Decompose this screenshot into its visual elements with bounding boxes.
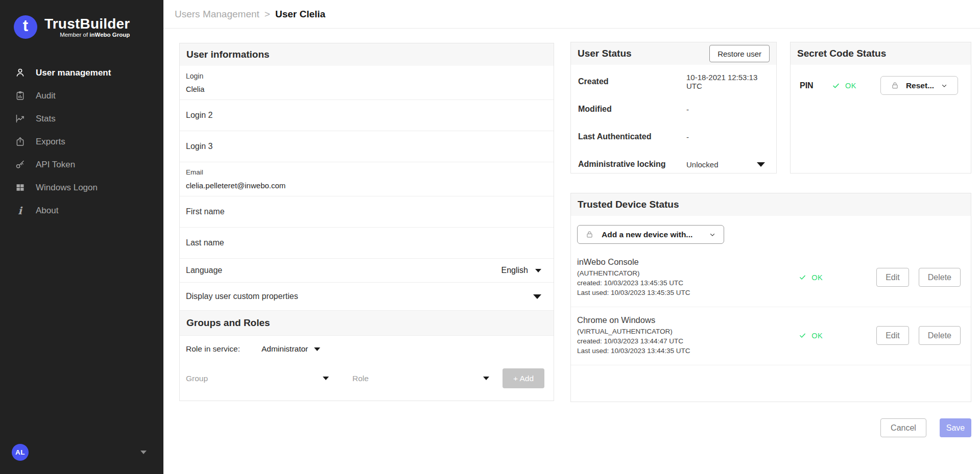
panel-title: User informations: [186, 49, 270, 60]
device-created: created: 10/03/2023 13:44:47 UTC: [577, 336, 799, 346]
edit-device-button[interactable]: Edit: [876, 268, 909, 287]
sidebar-item-label: Stats: [36, 114, 56, 124]
login2-row[interactable]: Login 2: [180, 100, 554, 131]
brand-tagline: Member of inWebo Group: [60, 32, 130, 38]
language-value: English: [501, 266, 528, 275]
sidebar-item-about[interactable]: i About: [0, 199, 163, 222]
chevron-down-icon: [941, 82, 948, 89]
brand-logo: t TrustBuilder Member of inWebo Group: [0, 0, 163, 39]
sidebar: t TrustBuilder Member of inWebo Group Us…: [0, 0, 163, 474]
sidebar-item-label: Audit: [36, 91, 56, 101]
sidebar-nav: User management Audit Stats Exports API …: [0, 61, 163, 222]
sidebar-item-api-token[interactable]: API Token: [0, 153, 163, 176]
last-authenticated-value: -: [686, 133, 689, 141]
language-label: Language: [186, 266, 222, 275]
role-in-service-dropdown[interactable]: Administrator: [261, 344, 320, 354]
expand-caret-icon[interactable]: [533, 294, 541, 299]
email-label: Email: [186, 168, 547, 176]
edit-device-button[interactable]: Edit: [876, 326, 909, 345]
pin-status-badge: OK: [832, 82, 856, 90]
device-row: Chrome on Windows (VIRTUAL_AUTHENTICATOR…: [571, 307, 971, 365]
role-in-service-row: Role in service: Administrator: [180, 336, 554, 362]
caret-down-icon[interactable]: [757, 162, 765, 167]
sidebar-item-audit[interactable]: Audit: [0, 84, 163, 107]
sidebar-item-stats[interactable]: Stats: [0, 107, 163, 130]
user-status-panel: User Status Restore user Created 10-18-2…: [570, 42, 777, 173]
administrative-locking-row[interactable]: Administrative locking Unlocked: [578, 151, 769, 178]
login3-row[interactable]: Login 3: [180, 131, 554, 162]
login-row[interactable]: Login Clelia: [180, 66, 554, 100]
administrative-locking-value: Unlocked: [686, 160, 719, 169]
brand-logo-icon: t: [14, 15, 37, 39]
cancel-button[interactable]: Cancel: [880, 418, 926, 437]
add-new-device-label: Add a new device with...: [602, 230, 692, 239]
caret-down-icon: [314, 347, 320, 351]
role-in-service-value: Administrator: [261, 344, 308, 354]
reset-pin-button[interactable]: Reset...: [880, 76, 958, 95]
created-row: Created 10-18-2021 12:53:13 UTC: [578, 68, 769, 95]
sidebar-item-label: Exports: [36, 137, 65, 147]
user-menu-caret-icon[interactable]: [140, 451, 147, 454]
last-name-row[interactable]: Last name: [180, 228, 554, 259]
export-icon: [14, 136, 26, 147]
device-last-used: Last used: 10/03/2023 13:45:35 UTC: [577, 288, 799, 297]
topbar: Users Management>User Clelia: [163, 0, 980, 29]
sidebar-item-exports[interactable]: Exports: [0, 130, 163, 153]
login-value: Clelia: [186, 85, 547, 93]
user-informations-panel: User informations Login Clelia Login 2 L…: [179, 43, 554, 401]
main-area: Users Management>User Clelia User inform…: [163, 0, 980, 474]
login2-label: Login 2: [186, 111, 213, 119]
caret-down-icon: [323, 377, 329, 380]
delete-device-button[interactable]: Delete: [919, 326, 961, 345]
add-new-device-button[interactable]: Add a new device with...: [577, 225, 724, 244]
brand-tagline-prefix: Member of: [60, 32, 88, 38]
last-name-label: Last name: [186, 238, 224, 247]
device-status-text: OK: [811, 273, 823, 282]
pin-label: PIN: [800, 81, 832, 90]
pin-status-text: OK: [845, 82, 856, 90]
first-name-label: First name: [186, 207, 225, 216]
audit-clipboard-icon: [14, 90, 26, 102]
add-group-role-button[interactable]: + Add: [503, 368, 544, 388]
login-label: Login: [186, 72, 547, 80]
breadcrumb-parent[interactable]: Users Management: [175, 9, 259, 19]
brand-tagline-bold: inWebo Group: [89, 32, 130, 38]
sidebar-item-user-management[interactable]: User management: [0, 61, 163, 84]
device-actions: Edit Delete: [876, 326, 961, 345]
group-dropdown[interactable]: Group: [186, 374, 329, 383]
info-icon: i: [14, 205, 26, 216]
sidebar-item-label: API Token: [36, 160, 75, 170]
restore-user-button[interactable]: Restore user: [709, 45, 770, 62]
device-status-badge: OK: [799, 273, 876, 282]
custom-properties-row[interactable]: Display user custom properties: [180, 283, 554, 310]
delete-device-button[interactable]: Delete: [919, 268, 961, 287]
language-dropdown[interactable]: English: [501, 266, 541, 275]
save-button[interactable]: Save: [940, 418, 971, 437]
email-row[interactable]: Email clelia.pelleteret@inwebo.com: [180, 162, 554, 196]
user-status-header: User Status Restore user: [571, 42, 776, 65]
group-placeholder: Group: [186, 374, 208, 383]
role-placeholder: Role: [352, 374, 369, 383]
device-type: (AUTHENTICATOR): [577, 268, 799, 278]
role-dropdown[interactable]: Role: [352, 374, 489, 383]
device-status-badge: OK: [799, 332, 876, 340]
custom-properties-label: Display user custom properties: [186, 292, 298, 301]
chevron-down-icon: [709, 231, 716, 238]
sidebar-item-windows-logon[interactable]: Windows Logon: [0, 176, 163, 199]
pin-row: PIN OK Reset...: [791, 76, 971, 95]
group-role-add-row: Group Role + Add: [180, 362, 554, 401]
first-name-row[interactable]: First name: [180, 196, 554, 228]
groups-roles-header: Groups and Roles: [180, 310, 554, 336]
brand-wordmark: TrustBuilder Member of inWebo Group: [44, 16, 130, 38]
modified-label: Modified: [578, 105, 686, 114]
footer-actions: Cancel Save: [880, 418, 971, 437]
sidebar-item-label: User management: [36, 68, 111, 78]
content: User informations Login Clelia Login 2 L…: [163, 29, 980, 474]
check-icon: [799, 332, 806, 339]
device-status-text: OK: [811, 332, 823, 340]
avatar[interactable]: AL: [12, 444, 29, 461]
device-last-used: Last used: 10/03/2023 13:44:35 UTC: [577, 346, 799, 356]
windows-icon: [14, 182, 26, 193]
sidebar-item-label: Windows Logon: [36, 183, 98, 193]
device-type: (VIRTUAL_AUTHENTICATOR): [577, 327, 799, 336]
